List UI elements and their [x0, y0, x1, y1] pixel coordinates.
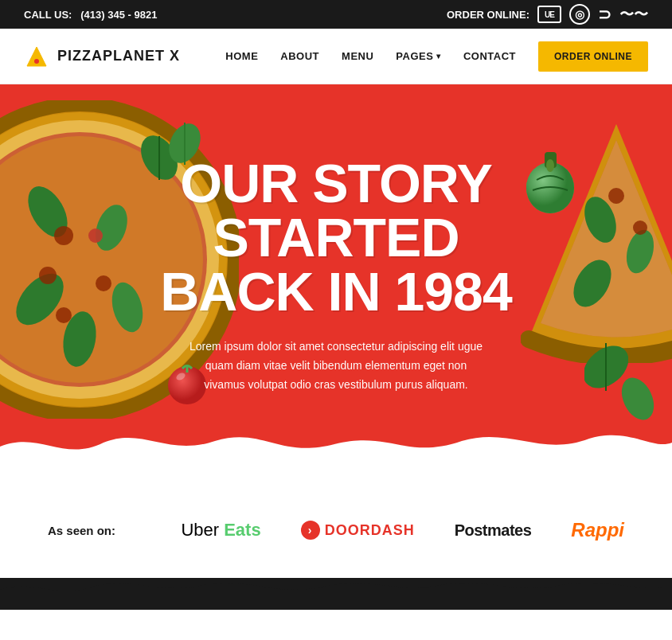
delivery-dash-icon[interactable]: ⊃	[598, 5, 611, 24]
svg-point-13	[54, 226, 73, 245]
svg-point-16	[88, 228, 103, 243]
order-online-label: ORDER ONLINE:	[447, 9, 529, 21]
svg-point-25	[546, 159, 554, 172]
svg-point-14	[96, 275, 111, 291]
delivery-links: ORDER ONLINE: UE ◎ ⊃ 〜〜	[447, 4, 648, 25]
hero-title-line2: STARTED	[213, 207, 459, 267]
bell-pepper-icon	[521, 144, 580, 216]
phone-number: (413) 345 - 9821	[80, 9, 157, 21]
main-nav: PIZZAPLANET X HOME ABOUT MENU PAGES ▾ CO…	[0, 29, 672, 84]
brand-logos: Uber Eats › DOORDASH Postmates Rappi	[181, 519, 624, 541]
hero-title: OUR STORY STARTED BACK IN 1984	[160, 156, 512, 318]
logo-pizza-icon	[24, 44, 49, 69]
nav-menu[interactable]: MENU	[342, 50, 373, 62]
svg-point-15	[39, 267, 57, 284]
doordash-logo: › DOORDASH	[301, 521, 415, 540]
phone-info: CALL US: (413) 345 - 9821	[24, 9, 157, 21]
logos-bar: As seen on: Uber Eats › DOORDASH Postmat…	[0, 482, 672, 578]
doordash-chevron: ›	[301, 521, 320, 540]
svg-point-29	[608, 188, 624, 204]
hero-title-line1: OUR STORY	[180, 153, 492, 213]
svg-point-1	[34, 59, 39, 64]
nav-pages-label: PAGES	[396, 50, 433, 62]
brushstroke	[0, 427, 672, 482]
rappi-logo: Rappi	[571, 519, 624, 541]
postmates-logo: Postmates	[455, 521, 532, 540]
nav-links: HOME ABOUT MENU PAGES ▾ CONTACT ORDER ON…	[225, 41, 648, 72]
phone-label: CALL US:	[24, 9, 72, 21]
svg-point-17	[56, 307, 72, 323]
svg-point-30	[633, 220, 647, 235]
svg-point-33	[620, 375, 656, 423]
logo-text: PIZZAPLANET X	[57, 48, 180, 64]
footer-bar	[0, 578, 672, 610]
nav-contact[interactable]: CONTACT	[463, 50, 516, 62]
nav-home[interactable]: HOME	[225, 50, 258, 62]
hero-content: OUR STORY STARTED BACK IN 1984 Lorem ips…	[144, 108, 528, 458]
ubereats-icon[interactable]: UE	[537, 6, 561, 23]
chevron-down-icon: ▾	[436, 52, 441, 60]
nav-pages[interactable]: PAGES ▾	[396, 50, 441, 62]
doordash-text: DOORDASH	[325, 522, 415, 539]
doordash-topbar-icon[interactable]: ◎	[569, 4, 590, 25]
leaf-bottom-right-2	[620, 375, 656, 423]
hero-section: OUR STORY STARTED BACK IN 1984 Lorem ips…	[0, 84, 672, 482]
hero-title-line3: BACK IN 1984	[160, 261, 512, 322]
nav-about[interactable]: ABOUT	[280, 50, 319, 62]
ubereats-logo: Uber Eats	[181, 520, 260, 540]
hero-description: Lorem ipsum dolor sit amet consectetur a…	[185, 338, 487, 394]
top-bar: CALL US: (413) 345 - 9821 ORDER ONLINE: …	[0, 0, 672, 29]
logo[interactable]: PIZZAPLANET X	[24, 44, 180, 69]
postmates-icon[interactable]: 〜〜	[619, 5, 648, 24]
eats-text: Eats	[224, 520, 260, 540]
order-online-button[interactable]: ORDER ONLINE	[538, 41, 648, 72]
as-seen-on-label: As seen on:	[48, 524, 115, 537]
